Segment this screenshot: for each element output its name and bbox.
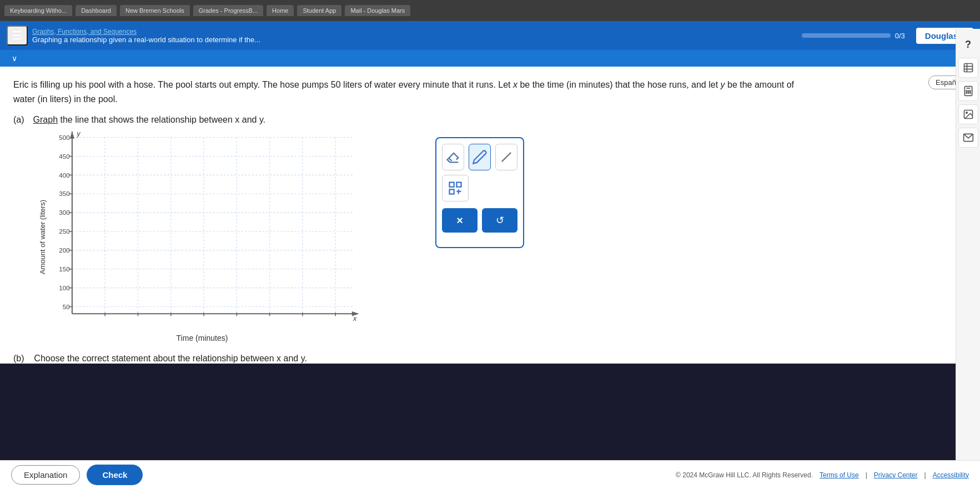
footer-copyright: © 2024 McGraw Hill LLC. All Rights Reser… <box>676 471 813 479</box>
graph-wrapper: Amount of water (liters) <box>24 132 380 342</box>
x-axis-label: Time (minutes) <box>47 334 358 342</box>
browser-bar: Keyboarding Witho... Dashboard New Breme… <box>0 0 980 21</box>
part-a-instruction: Graph the line that shows the relationsh… <box>33 115 266 125</box>
tab-mail[interactable]: Mail - Douglas Mars <box>345 5 410 16</box>
part-b-letter: (b) <box>13 354 24 363</box>
tab-schools[interactable]: New Bremen Schools <box>120 5 190 16</box>
notes-button[interactable] <box>958 58 978 78</box>
tab-grades[interactable]: Grades - ProgressB... <box>193 5 263 16</box>
content-area: Español Eric is filling up his pool with… <box>0 67 980 364</box>
calculator-button[interactable] <box>958 81 978 101</box>
image-button[interactable] <box>958 104 978 124</box>
svg-rect-59 <box>964 64 972 72</box>
breadcrumb-bottom: Graphing a relationship given a real-wor… <box>32 36 797 44</box>
svg-point-72 <box>966 112 967 114</box>
svg-rect-54 <box>450 183 454 187</box>
right-panel: ? <box>956 29 980 489</box>
tools-area: × ↺ <box>435 132 524 342</box>
svg-text:y: y <box>76 132 81 138</box>
check-button[interactable]: Check <box>87 465 143 485</box>
hamburger-button[interactable]: ☰ <box>7 26 28 46</box>
svg-marker-21 <box>70 132 74 139</box>
svg-text:300: 300 <box>59 209 70 216</box>
part-a-label: (a) Graph the line that shows the relati… <box>13 115 967 125</box>
user-name-label: Douglas <box>925 31 958 41</box>
privacy-center-link[interactable]: Privacy Center <box>874 471 918 479</box>
svg-point-69 <box>968 93 969 94</box>
tools-actions: × ↺ <box>442 208 517 233</box>
terms-of-use-link[interactable]: Terms of Use <box>820 471 859 479</box>
grid-point-button[interactable] <box>442 175 469 201</box>
breadcrumb: Graphs, Functions, and Sequences Graphin… <box>32 28 797 44</box>
svg-text:x: x <box>353 315 357 322</box>
delete-drawing-button[interactable]: × <box>442 208 478 233</box>
y-axis-label: Amount of water (liters) <box>38 200 47 274</box>
top-navigation: ☰ Graphs, Functions, and Sequences Graph… <box>0 21 980 50</box>
progress-area: 0/3 <box>802 32 905 40</box>
svg-line-52 <box>449 159 452 162</box>
tab-student-app[interactable]: Student App <box>297 5 341 16</box>
pencil-button[interactable] <box>469 144 491 170</box>
tools-row-1 <box>442 144 517 170</box>
problem-text: Eric is filling up his pool with a hose.… <box>13 78 813 106</box>
collapse-button[interactable]: ∨ <box>7 51 22 66</box>
svg-text:350: 350 <box>59 190 70 198</box>
tab-keyboarding[interactable]: Keyboarding Witho... <box>4 5 72 16</box>
graph-link: Graph <box>33 115 58 124</box>
svg-text:250: 250 <box>59 228 70 235</box>
svg-rect-55 <box>456 183 461 187</box>
svg-line-53 <box>502 153 511 162</box>
collapse-bar: ∨ <box>0 50 980 67</box>
breadcrumb-top[interactable]: Graphs, Functions, and Sequences <box>32 28 797 36</box>
svg-text:150: 150 <box>59 265 70 273</box>
help-button[interactable]: ? <box>958 34 978 54</box>
part-a-letter: (a) <box>13 115 24 125</box>
problem-text-content: Eric is filling up his pool with a hose.… <box>13 80 794 104</box>
graph-svg[interactable]: 500 450 400 350 300 250 200 150 100 50 y… <box>47 132 380 331</box>
explanation-button[interactable]: Explanation <box>11 465 80 485</box>
graph-container[interactable]: 500 450 400 350 300 250 200 150 100 50 y… <box>47 132 380 331</box>
line-tool-button[interactable] <box>495 144 517 170</box>
eraser-button[interactable] <box>442 144 464 170</box>
svg-text:450: 450 <box>59 153 70 160</box>
svg-point-68 <box>966 93 967 94</box>
svg-point-67 <box>969 90 971 92</box>
footer-left: Explanation Check <box>11 465 143 485</box>
tools-row-2 <box>442 175 517 201</box>
part-b-label: (b) Choose the correct statement about t… <box>13 354 967 364</box>
footer-links: © 2024 McGraw Hill LLC. All Rights Reser… <box>676 471 969 479</box>
tools-panel: × ↺ <box>435 137 524 248</box>
svg-text:100: 100 <box>59 284 70 291</box>
svg-point-65 <box>966 90 967 92</box>
svg-rect-56 <box>450 190 454 194</box>
progress-text: 0/3 <box>895 32 905 40</box>
svg-text:200: 200 <box>59 246 70 254</box>
tab-dashboard[interactable]: Dashboard <box>76 5 117 16</box>
svg-text:500: 500 <box>59 134 70 141</box>
svg-text:400: 400 <box>59 172 70 179</box>
progress-bar <box>802 33 891 38</box>
accessibility-link[interactable]: Accessibility <box>933 471 969 479</box>
reset-drawing-button[interactable]: ↺ <box>482 208 517 233</box>
part-b-instruction: Choose the correct statement about the r… <box>34 354 307 363</box>
svg-point-66 <box>968 90 969 92</box>
footer: Explanation Check © 2024 McGraw Hill LLC… <box>0 460 980 489</box>
svg-point-70 <box>969 93 971 94</box>
tab-home[interactable]: Home <box>267 5 294 16</box>
mail-button[interactable] <box>958 128 978 148</box>
graph-section: Amount of water (liters) <box>13 132 967 342</box>
